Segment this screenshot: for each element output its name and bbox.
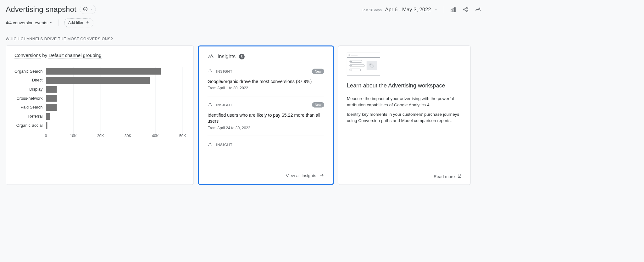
insight-item[interactable]: INSIGHT New Identified users who are lik…: [208, 102, 324, 136]
chevron-down-icon: [49, 20, 53, 25]
arrow-right-icon: [319, 173, 325, 179]
insights-card: Insights 5 INSIGHT New: [198, 45, 334, 185]
chevron-down-icon: [434, 8, 438, 12]
svg-point-0: [83, 7, 87, 11]
insight-tag-label: INSIGHT: [216, 103, 232, 107]
status-pill-dropdown[interactable]: [80, 5, 96, 14]
chart-x-tick: 50K: [179, 134, 186, 138]
read-more-link[interactable]: Read more: [347, 174, 462, 180]
learn-illustration: [347, 53, 380, 76]
chart-category-label: Referral: [14, 112, 46, 121]
conversion-events-dropdown[interactable]: 4/4 conversion events: [6, 20, 53, 25]
check-circle-icon: [83, 6, 88, 12]
page-title: Advertising snapshot: [6, 5, 76, 14]
chart-bar: [46, 86, 57, 93]
date-prefix: Last 28 days: [362, 8, 382, 12]
svg-rect-1: [451, 10, 452, 12]
learn-title: Learn about the Advertising workspace: [347, 82, 462, 89]
svg-rect-3: [455, 8, 456, 12]
learn-paragraph: Identify key moments in your customers' …: [347, 111, 462, 124]
insight-item[interactable]: INSIGHT New Google/organic drove the mos…: [208, 68, 324, 96]
insights-title: Insights: [218, 53, 236, 60]
chart-bar: [46, 122, 47, 129]
insight-subtitle: From April 24 to 30, 2022: [208, 126, 324, 130]
chart-x-tick: 10K: [70, 134, 77, 138]
chart-bar: [46, 113, 50, 120]
svg-point-5: [464, 9, 465, 10]
chart-dimension-selector[interactable]: Default channel grouping: [49, 53, 102, 59]
insight-tag-label: INSIGHT: [216, 69, 232, 73]
add-filter-label: Add filter: [68, 21, 83, 25]
svg-point-7: [370, 64, 371, 65]
chart-plot-area: 010K20K30K40K50K: [46, 67, 189, 145]
trend-icon: [208, 54, 214, 59]
chart-x-tick: 40K: [152, 134, 159, 138]
read-more-label: Read more: [434, 174, 455, 179]
divider: [444, 6, 444, 13]
chart-category-label: Display: [14, 85, 46, 94]
open-in-new-icon: [457, 174, 462, 180]
chart-x-tick: 0: [45, 134, 47, 138]
insights-count-badge: 5: [239, 54, 245, 59]
sparkle-icon: [208, 142, 213, 148]
customize-report-icon[interactable]: [450, 6, 457, 13]
learn-about-card: Learn about the Advertising workspace Me…: [338, 45, 471, 185]
insight-subtitle: From April 1 to 30, 2022: [208, 86, 324, 90]
section-heading: WHICH CHANNELS DRIVE THE MOST CONVERSION…: [6, 37, 481, 41]
chart-category-label: Organic Social: [14, 121, 46, 130]
chart-x-axis: 010K20K30K40K50K: [46, 131, 189, 140]
date-range-value: Apr 6 - May 3, 2022: [385, 6, 431, 13]
conversion-events-label: 4/4 conversion events: [6, 20, 47, 25]
chart-category-label: Organic Search: [14, 67, 46, 76]
add-filter-button[interactable]: Add filter: [64, 18, 93, 27]
view-all-insights-link[interactable]: View all insights: [208, 169, 324, 179]
date-range-picker[interactable]: Last 28 days Apr 6 - May 3, 2022: [362, 6, 438, 13]
chevron-down-icon: [90, 8, 93, 11]
insight-title: Identified users who are likely to pay $…: [208, 112, 324, 125]
share-icon[interactable]: [463, 6, 469, 13]
conversions-by-channel-card: Conversions by Default channel grouping …: [6, 45, 194, 185]
plus-icon: [86, 20, 89, 25]
new-badge: New: [312, 69, 324, 74]
chart-bar: [46, 77, 150, 84]
chart-category-label: Paid Search: [14, 103, 46, 112]
chart-bar: [46, 104, 57, 111]
insights-spark-icon[interactable]: [475, 6, 481, 13]
chart-title: Conversions by Default channel grouping: [14, 53, 189, 58]
insight-tag-label: INSIGHT: [216, 143, 232, 147]
view-all-insights-label: View all insights: [286, 173, 316, 178]
divider: [58, 20, 58, 26]
sparkle-icon: [208, 102, 213, 108]
insight-item[interactable]: INSIGHT: [208, 142, 324, 158]
chart-category-label: Direct: [14, 76, 46, 85]
new-badge: New: [312, 102, 324, 108]
chart-category-labels: Organic SearchDirectDisplayCross-network…: [14, 67, 46, 145]
chart-bar: [46, 68, 161, 75]
chart-bar: [46, 95, 57, 102]
insight-title: Google/organic drove the most conversion…: [208, 78, 324, 84]
chart-x-tick: 20K: [97, 134, 104, 138]
chart-x-tick: 30K: [125, 134, 131, 138]
chart-category-label: Cross-network: [14, 94, 46, 103]
svg-rect-2: [453, 8, 454, 12]
svg-point-6: [467, 11, 468, 12]
sparkle-icon: [208, 68, 213, 74]
chart-metric-selector[interactable]: Conversions: [14, 53, 41, 59]
learn-paragraph: Measure the impact of your advertising w…: [347, 96, 462, 108]
svg-point-4: [467, 7, 468, 8]
